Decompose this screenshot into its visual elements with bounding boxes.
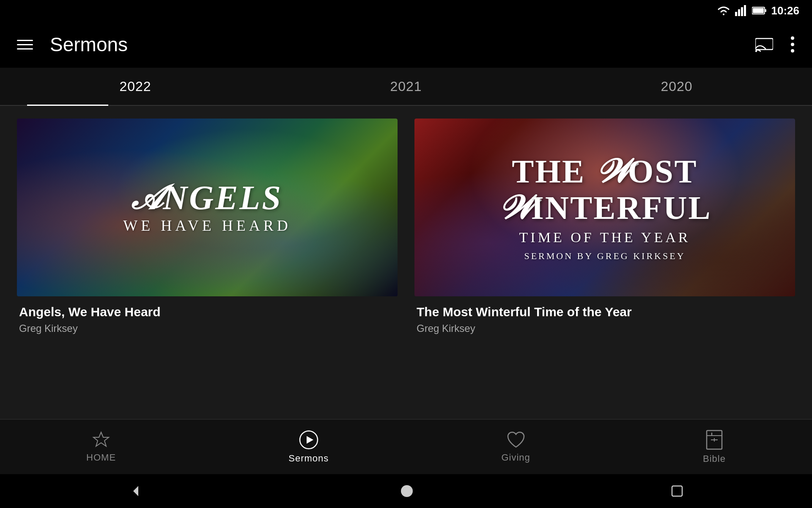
- svg-point-20: [401, 485, 413, 497]
- tabs-bar: 2022 2021 2020: [0, 68, 812, 106]
- sermon-card-angels[interactable]: 𝒜NGELS WE HAVE HEARD Angels, We Have Hea…: [17, 119, 398, 428]
- svg-rect-6: [753, 8, 764, 13]
- tab-2021[interactable]: 2021: [271, 68, 541, 105]
- svg-point-11: [791, 49, 794, 52]
- hamburger-line-1: [17, 40, 33, 41]
- nav-item-giving[interactable]: Giving: [484, 427, 547, 467]
- back-icon: [129, 484, 143, 498]
- play-circle-icon: [299, 430, 318, 450]
- book-icon: [706, 430, 723, 450]
- battery-icon: [752, 6, 767, 15]
- wifi-icon: [716, 5, 731, 16]
- menu-button[interactable]: [13, 36, 37, 54]
- sermon-thumbnail-angels: 𝒜NGELS WE HAVE HEARD: [17, 119, 398, 296]
- svg-rect-21: [672, 486, 682, 496]
- winter-main-title: THE 𝒲OST: [498, 153, 711, 190]
- angels-background: 𝒜NGELS WE HAVE HEARD: [17, 119, 398, 296]
- nav-label-home: HOME: [86, 452, 116, 463]
- star-icon: [92, 431, 110, 449]
- svg-marker-19: [133, 486, 138, 496]
- content-area: 𝒜NGELS WE HAVE HEARD Angels, We Have Hea…: [0, 106, 812, 440]
- home-button[interactable]: [400, 484, 414, 498]
- app-bar-actions: [751, 31, 799, 58]
- more-button[interactable]: [786, 31, 799, 58]
- sermon-info-angels: Angels, We Have Heard Greg Kirksey: [17, 296, 398, 339]
- hamburger-line-2: [17, 44, 33, 45]
- nav-label-bible: Bible: [703, 453, 726, 464]
- svg-point-8: [755, 50, 757, 52]
- svg-point-9: [791, 36, 794, 40]
- tab-2022[interactable]: 2022: [0, 68, 271, 105]
- app-bar: Sermons: [0, 21, 812, 68]
- svg-rect-2: [741, 7, 743, 16]
- winter-background: THE 𝒲OST 𝒲INTERFUL TIME OF THE YEAR SERM…: [414, 119, 795, 296]
- winter-sub-title: TIME OF THE YEAR: [498, 229, 711, 246]
- nav-item-home[interactable]: HOME: [69, 427, 133, 467]
- signal-icon: [735, 5, 748, 16]
- back-button[interactable]: [129, 484, 143, 498]
- svg-rect-0: [735, 12, 737, 16]
- status-bar: 10:26: [0, 0, 812, 21]
- sermon-thumbnail-winter: THE 𝒲OST 𝒲INTERFUL TIME OF THE YEAR SERM…: [414, 119, 795, 296]
- winter-thumbnail-text: THE 𝒲OST 𝒲INTERFUL TIME OF THE YEAR SERM…: [498, 153, 711, 262]
- angels-main-title: 𝒜NGELS: [123, 181, 291, 215]
- heart-icon: [506, 431, 526, 449]
- svg-point-10: [791, 43, 794, 46]
- hamburger-line-3: [17, 48, 33, 50]
- winter-main-title-2: 𝒲INTERFUL: [498, 190, 711, 226]
- sermon-title-angels: Angels, We Have Heard: [19, 305, 395, 319]
- nav-item-sermons[interactable]: Sermons: [272, 426, 346, 468]
- nav-label-sermons: Sermons: [288, 453, 329, 464]
- nav-item-bible[interactable]: Bible: [686, 425, 743, 469]
- svg-marker-13: [307, 436, 313, 444]
- angels-thumbnail-text: 𝒜NGELS WE HAVE HEARD: [123, 181, 291, 235]
- svg-rect-1: [738, 9, 740, 16]
- page-title: Sermons: [50, 33, 751, 56]
- sermon-speaker-angels: Greg Kirksey: [19, 323, 395, 334]
- cast-button[interactable]: [751, 33, 777, 56]
- status-icons: 10:26: [716, 4, 800, 17]
- more-vertical-icon: [790, 36, 795, 53]
- bottom-nav: HOME Sermons Giving: [0, 419, 812, 474]
- angels-sub-title: WE HAVE HEARD: [123, 217, 291, 235]
- sermon-card-winter[interactable]: THE 𝒲OST 𝒲INTERFUL TIME OF THE YEAR SERM…: [414, 119, 795, 428]
- status-time: 10:26: [771, 4, 800, 17]
- svg-rect-5: [765, 9, 766, 12]
- sermon-title-winter: The Most Winterful Time of the Year: [417, 305, 793, 319]
- system-nav-bar: [0, 474, 812, 508]
- winter-author: SERMON BY GREG KIRKSEY: [498, 251, 711, 262]
- home-circle-icon: [400, 484, 414, 498]
- nav-label-giving: Giving: [501, 452, 530, 463]
- recents-button[interactable]: [671, 485, 683, 497]
- sermon-info-winter: The Most Winterful Time of the Year Greg…: [414, 296, 795, 339]
- cast-icon: [755, 37, 773, 52]
- svg-rect-3: [744, 5, 746, 16]
- tab-2020[interactable]: 2020: [541, 68, 812, 105]
- sermon-speaker-winter: Greg Kirksey: [417, 323, 793, 334]
- recents-icon: [671, 485, 683, 497]
